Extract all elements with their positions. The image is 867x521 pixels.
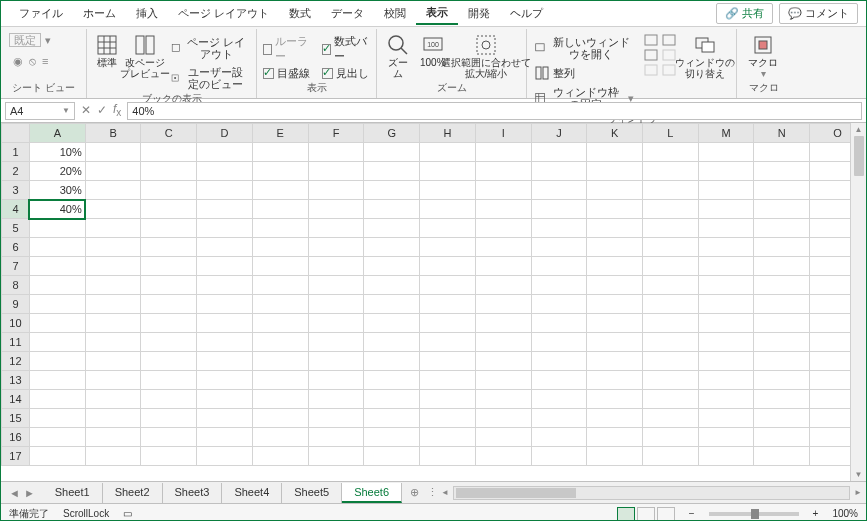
switch-windows-button[interactable]: ウィンドウの 切り替え bbox=[680, 31, 730, 81]
cell-G4[interactable] bbox=[364, 200, 420, 219]
col-header-K[interactable]: K bbox=[587, 124, 643, 143]
cell-G17[interactable] bbox=[364, 447, 420, 466]
cell-D7[interactable] bbox=[197, 257, 253, 276]
cell-H9[interactable] bbox=[420, 295, 476, 314]
cell-H5[interactable] bbox=[420, 219, 476, 238]
cell-M6[interactable] bbox=[698, 238, 754, 257]
cell-E4[interactable] bbox=[252, 200, 308, 219]
enter-entry-icon[interactable]: ✓ bbox=[97, 103, 107, 117]
cell-I4[interactable] bbox=[475, 200, 531, 219]
cell-D10[interactable] bbox=[197, 314, 253, 333]
cell-H8[interactable] bbox=[420, 276, 476, 295]
cell-G5[interactable] bbox=[364, 219, 420, 238]
row-header-10[interactable]: 10 bbox=[2, 314, 30, 333]
cell-A16[interactable] bbox=[29, 428, 85, 447]
menu-tab-developer[interactable]: 開発 bbox=[458, 3, 500, 24]
cell-D13[interactable] bbox=[197, 371, 253, 390]
cell-J15[interactable] bbox=[531, 409, 587, 428]
cell-M8[interactable] bbox=[698, 276, 754, 295]
col-header-F[interactable]: F bbox=[308, 124, 364, 143]
row-header-13[interactable]: 13 bbox=[2, 371, 30, 390]
cell-G15[interactable] bbox=[364, 409, 420, 428]
cell-M10[interactable] bbox=[698, 314, 754, 333]
cell-M12[interactable] bbox=[698, 352, 754, 371]
cell-C12[interactable] bbox=[141, 352, 197, 371]
cell-I6[interactable] bbox=[475, 238, 531, 257]
cell-K15[interactable] bbox=[587, 409, 643, 428]
cell-C13[interactable] bbox=[141, 371, 197, 390]
cell-G16[interactable] bbox=[364, 428, 420, 447]
cell-G6[interactable] bbox=[364, 238, 420, 257]
cell-A5[interactable] bbox=[29, 219, 85, 238]
cell-J7[interactable] bbox=[531, 257, 587, 276]
row-header-11[interactable]: 11 bbox=[2, 333, 30, 352]
cell-F17[interactable] bbox=[308, 447, 364, 466]
cell-M15[interactable] bbox=[698, 409, 754, 428]
cell-G11[interactable] bbox=[364, 333, 420, 352]
cell-L15[interactable] bbox=[642, 409, 698, 428]
cell-K5[interactable] bbox=[587, 219, 643, 238]
sheet-tab-Sheet4[interactable]: Sheet4 bbox=[222, 483, 282, 503]
row-header-1[interactable]: 1 bbox=[2, 143, 30, 162]
cell-H10[interactable] bbox=[420, 314, 476, 333]
cell-J3[interactable] bbox=[531, 181, 587, 200]
cell-N3[interactable] bbox=[754, 181, 810, 200]
cell-B5[interactable] bbox=[85, 219, 141, 238]
cell-A10[interactable] bbox=[29, 314, 85, 333]
cell-L2[interactable] bbox=[642, 162, 698, 181]
cell-M14[interactable] bbox=[698, 390, 754, 409]
zoom-selection-button[interactable]: 選択範囲に合わせて 拡大/縮小 bbox=[452, 31, 520, 81]
row-header-3[interactable]: 3 bbox=[2, 181, 30, 200]
cell-M7[interactable] bbox=[698, 257, 754, 276]
display-settings-icon[interactable]: ▭ bbox=[123, 508, 132, 519]
cell-F11[interactable] bbox=[308, 333, 364, 352]
sheet-tab-Sheet5[interactable]: Sheet5 bbox=[282, 483, 342, 503]
scroll-down-icon[interactable]: ▼ bbox=[855, 470, 863, 479]
cell-C1[interactable] bbox=[141, 143, 197, 162]
sheet-tab-Sheet3[interactable]: Sheet3 bbox=[163, 483, 223, 503]
cell-E14[interactable] bbox=[252, 390, 308, 409]
cell-E15[interactable] bbox=[252, 409, 308, 428]
cell-M4[interactable] bbox=[698, 200, 754, 219]
cell-I2[interactable] bbox=[475, 162, 531, 181]
cell-F6[interactable] bbox=[308, 238, 364, 257]
cell-H4[interactable] bbox=[420, 200, 476, 219]
row-header-9[interactable]: 9 bbox=[2, 295, 30, 314]
zoom-level[interactable]: 100% bbox=[832, 508, 858, 519]
cell-F9[interactable] bbox=[308, 295, 364, 314]
cell-B9[interactable] bbox=[85, 295, 141, 314]
cell-N16[interactable] bbox=[754, 428, 810, 447]
col-header-N[interactable]: N bbox=[754, 124, 810, 143]
cell-H15[interactable] bbox=[420, 409, 476, 428]
cell-D15[interactable] bbox=[197, 409, 253, 428]
cell-J12[interactable] bbox=[531, 352, 587, 371]
cell-N8[interactable] bbox=[754, 276, 810, 295]
cell-E6[interactable] bbox=[252, 238, 308, 257]
cell-H3[interactable] bbox=[420, 181, 476, 200]
row-header-14[interactable]: 14 bbox=[2, 390, 30, 409]
scroll-left-icon[interactable]: ◄ bbox=[441, 488, 449, 497]
cell-I7[interactable] bbox=[475, 257, 531, 276]
sheet-tab-Sheet1[interactable]: Sheet1 bbox=[43, 483, 103, 503]
menu-tab-review[interactable]: 校閲 bbox=[374, 3, 416, 24]
scroll-up-icon[interactable]: ▲ bbox=[855, 125, 863, 134]
cell-L11[interactable] bbox=[642, 333, 698, 352]
row-header-2[interactable]: 2 bbox=[2, 162, 30, 181]
cell-B15[interactable] bbox=[85, 409, 141, 428]
cell-A4[interactable]: 40% bbox=[29, 200, 85, 219]
cell-K4[interactable] bbox=[587, 200, 643, 219]
cell-M1[interactable] bbox=[698, 143, 754, 162]
options-icon[interactable]: ≡ bbox=[42, 55, 48, 68]
cell-K3[interactable] bbox=[587, 181, 643, 200]
cell-J13[interactable] bbox=[531, 371, 587, 390]
menu-tab-help[interactable]: ヘルプ bbox=[500, 3, 553, 24]
cell-M11[interactable] bbox=[698, 333, 754, 352]
cell-L7[interactable] bbox=[642, 257, 698, 276]
sync-scroll-icon[interactable] bbox=[662, 34, 676, 48]
compare-icon[interactable] bbox=[662, 49, 676, 63]
cell-B12[interactable] bbox=[85, 352, 141, 371]
spreadsheet-grid[interactable]: ABCDEFGHIJKLMNO110%220%330%440%567891011… bbox=[1, 123, 866, 481]
cell-E5[interactable] bbox=[252, 219, 308, 238]
cell-I13[interactable] bbox=[475, 371, 531, 390]
cell-I10[interactable] bbox=[475, 314, 531, 333]
